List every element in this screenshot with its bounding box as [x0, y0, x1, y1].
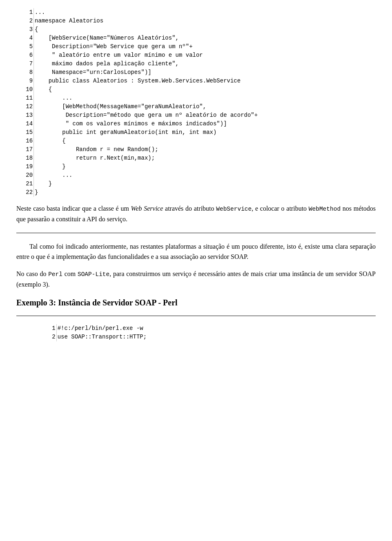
line-number: 17 [16, 145, 34, 154]
line-number: 7 [16, 60, 34, 68]
table-row: 14 " com os valores mínimos e máximos in… [16, 120, 376, 128]
line-content: [WebService(Name="Números Aleatórios", [34, 34, 376, 42]
table-row: 17 Random r = new Random(); [16, 145, 376, 154]
line-content: Description="método que gera um nº aleat… [34, 111, 376, 120]
line-number: 15 [16, 128, 34, 137]
table-row: 10 { [16, 85, 376, 94]
para3-text-before: No caso do [16, 270, 48, 277]
line-content: { [34, 137, 376, 145]
table-row: 5 Description="Web Service que gera um n… [16, 42, 376, 51]
line-content: [WebMethod(MessageName="geraNumAleatorio… [34, 102, 376, 111]
table-row: 12 [WebMethod(MessageName="geraNumAleato… [16, 102, 376, 111]
table-row: 11 ... [16, 94, 376, 102]
para2-text: Tal como foi indicado anteriormente, nas… [16, 243, 376, 260]
line-number: 22 [16, 188, 34, 197]
line-content: ... [34, 8, 376, 17]
table-row: 4 [WebService(Name="Números Aleatórios", [16, 34, 376, 42]
line-content: máximo dados pela aplicação cliente", [34, 60, 376, 68]
line-number: 9 [16, 77, 34, 85]
line-content: return r.Next(min,max); [34, 154, 376, 163]
table-row: 1... [16, 8, 376, 17]
para3-text-middle: com [62, 270, 78, 277]
line-content: Random r = new Random(); [34, 145, 376, 154]
line-number: 2 [16, 333, 56, 341]
table-row: 2use SOAP::Transport::HTTP; [16, 333, 376, 341]
line-number: 20 [16, 171, 34, 180]
line-number: 8 [16, 68, 34, 77]
line-content: public int geraNumAleatorio(int min, int… [34, 128, 376, 137]
line-number: 18 [16, 154, 34, 163]
table-row: 1#!c:/perl/bin/perl.exe -w [16, 324, 376, 333]
paragraph-2: Tal como foi indicado anteriormente, nas… [16, 241, 376, 262]
para1-code1: WebService [216, 206, 252, 212]
line-content: " com os valores mínimos e máximos indic… [34, 120, 376, 128]
line-content: } [34, 180, 376, 188]
table-row: 21 } [16, 180, 376, 188]
table-row: 16 { [16, 137, 376, 145]
paragraph-3: No caso do Perl com SOAP-Lite, para cons… [16, 269, 376, 290]
code-table-1: 1...2namespace Aleatorios3{4 [WebService… [16, 8, 376, 197]
line-number: 3 [16, 25, 34, 34]
line-number: 19 [16, 163, 34, 171]
line-number: 4 [16, 34, 34, 42]
table-row: 2namespace Aleatorios [16, 17, 376, 25]
table-row: 3{ [16, 25, 376, 34]
para1-italic: Web Service [131, 205, 163, 212]
line-content: ... [34, 94, 376, 102]
line-number: 6 [16, 51, 34, 60]
line-number: 1 [16, 324, 56, 333]
line-content: public class Aleatorios : System.Web.Ser… [34, 77, 376, 85]
code-block-1: 1...2namespace Aleatorios3{4 [WebService… [16, 8, 376, 197]
para1-text-middle: , e colocar o atributo [252, 205, 309, 212]
line-content: namespace Aleatorios [34, 17, 376, 25]
line-number: 14 [16, 120, 34, 128]
line-number: 21 [16, 180, 34, 188]
line-content: } [34, 163, 376, 171]
line-content: Description="Web Service que gera um nº"… [34, 42, 376, 51]
line-number: 13 [16, 111, 34, 120]
line-content: } [34, 188, 376, 197]
line-number: 1 [16, 8, 34, 17]
para3-code2: SOAP-Lite [78, 271, 109, 278]
line-content: { [34, 85, 376, 94]
line-content: Namespace="urn:CarlosLopes")] [34, 68, 376, 77]
line-content: use SOAP::Transport::HTTP; [56, 333, 376, 341]
table-row: 6 " aleatório entre um valor mínimo e um… [16, 51, 376, 60]
line-number: 16 [16, 137, 34, 145]
table-row: 22} [16, 188, 376, 197]
line-content: #!c:/perl/bin/perl.exe -w [56, 324, 376, 333]
line-content: { [34, 25, 376, 34]
para1-code2: WebMethod [309, 206, 341, 212]
table-row: 13 Description="método que gera um nº al… [16, 111, 376, 120]
para1-text-after: através do atributo [163, 205, 216, 212]
paragraph-1: Neste caso basta indicar que a classe é … [16, 203, 376, 225]
line-number: 11 [16, 94, 34, 102]
table-row: 15 public int geraNumAleatorio(int min, … [16, 128, 376, 137]
section-heading: Exemplo 3: Instância de Servidor SOAP - … [16, 298, 376, 307]
table-row: 18 return r.Next(min,max); [16, 154, 376, 163]
code-block-2: 1#!c:/perl/bin/perl.exe -w2use SOAP::Tra… [16, 324, 376, 341]
table-row: 8 Namespace="urn:CarlosLopes")] [16, 68, 376, 77]
line-content: ... [34, 171, 376, 180]
divider-1 [16, 233, 376, 233]
para3-code1: Perl [48, 271, 62, 278]
para1-text-before: Neste caso basta indicar que a classe é … [16, 205, 131, 212]
table-row: 20 ... [16, 171, 376, 180]
divider-2 [16, 316, 376, 316]
line-number: 2 [16, 17, 34, 25]
table-row: 9 public class Aleatorios : System.Web.S… [16, 77, 376, 85]
line-number: 5 [16, 42, 34, 51]
code-table-2: 1#!c:/perl/bin/perl.exe -w2use SOAP::Tra… [16, 324, 376, 341]
line-content: " aleatório entre um valor mínimo e um v… [34, 51, 376, 60]
line-number: 12 [16, 102, 34, 111]
table-row: 7 máximo dados pela aplicação cliente", [16, 60, 376, 68]
table-row: 19 } [16, 163, 376, 171]
line-number: 10 [16, 85, 34, 94]
